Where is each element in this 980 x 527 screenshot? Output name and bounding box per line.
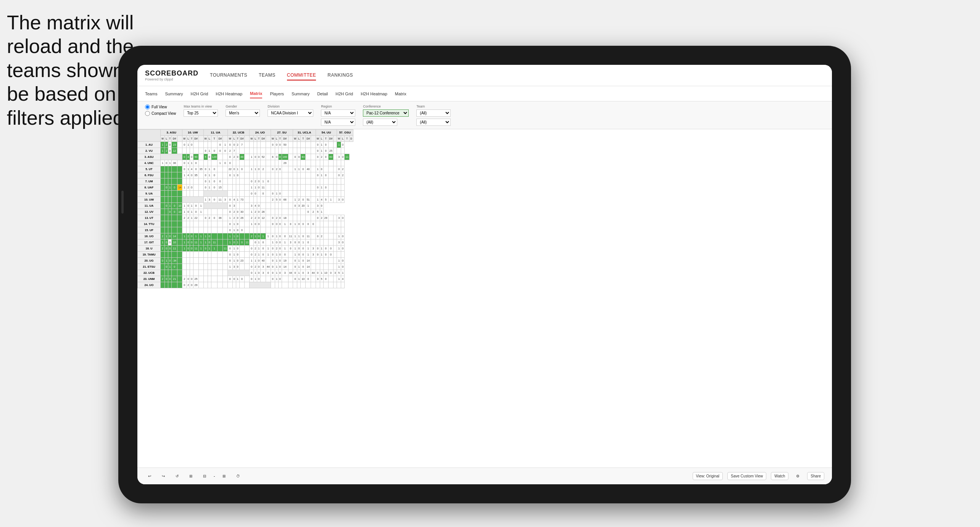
logo-title: SCOREBOARD: [145, 69, 198, 77]
region-filter: Region N/A N/A: [321, 104, 355, 126]
sub-nav-h2h-grid1[interactable]: H2H Grid: [190, 90, 208, 98]
table-row: 8. UAF 01014 120 01015 11011 010: [138, 185, 353, 191]
share-button[interactable]: Share: [807, 472, 824, 480]
nav-items: TOURNAMENTS TEAMS COMMITTEE RANKINGS: [210, 71, 353, 80]
table-row: 16. UO 21014 12011 10 110 21011 010011 1…: [138, 233, 353, 239]
sub-nav-summary2[interactable]: Summary: [292, 90, 309, 98]
sub-nav-teams[interactable]: Teams: [145, 90, 157, 98]
table-row: 13. UT 22122 02036 12026 22012 02018 022…: [138, 215, 353, 221]
division-filter: Division NCAA Division I: [268, 104, 313, 117]
region-label: Region: [321, 104, 355, 108]
team-select[interactable]: (All): [416, 109, 451, 117]
table-row: 7. UM 0100 02010: [138, 178, 353, 185]
redo-button[interactable]: ↪: [159, 472, 168, 480]
view-radio-group: Full View Compact View: [145, 104, 176, 116]
sub-nav-h2h-grid2[interactable]: H2H Grid: [335, 90, 353, 98]
table-row: 21. ETSU 010 130 020344 01014 01014 10: [138, 264, 353, 270]
save-custom-button[interactable]: Save Custom View: [727, 472, 766, 480]
sub-nav-summary1[interactable]: Summary: [165, 90, 183, 98]
logo-area: SCOREBOARD Powered by clippd: [145, 69, 198, 81]
sub-blank1: [177, 136, 182, 142]
watch-button[interactable]: Watch: [771, 472, 788, 480]
table-row: 12. UV 0010 10101 02030 12026 02 51: [138, 209, 353, 215]
table-row: 10. UW 130113 04173 25066 12051 1451 30: [138, 197, 353, 203]
col-ucla: 31. UCLA: [293, 130, 316, 136]
matrix-table: 3. ASU 10. UW 11. UA 22. UCB 24. UO 27. …: [137, 129, 353, 288]
sub-l1: L: [165, 136, 168, 142]
conference-select[interactable]: Pac-12 Conference: [363, 109, 409, 117]
division-label: Division: [268, 104, 313, 108]
nav-rankings[interactable]: RANKINGS: [327, 71, 353, 80]
table-row: 22. UCB 01030 010344 010344 011003 51: [138, 270, 353, 276]
col-su: 27. SU: [271, 130, 293, 136]
bottom-toolbar: ↩ ↪ ↺ ⊞ ⊟ - ⊞ ⏱ View: Original Save Cust…: [137, 468, 832, 484]
nav-tournaments[interactable]: TOURNAMENTS: [210, 71, 247, 80]
sub-w1: W: [161, 136, 165, 142]
share-options-button[interactable]: ⚙: [793, 472, 803, 480]
region-select2[interactable]: N/A: [321, 119, 355, 126]
team-label: Team: [416, 104, 451, 108]
view-original-button[interactable]: View: Original: [693, 472, 723, 480]
table-row: 5. UT 014035 010 22010 1102 020 11040 10…: [138, 166, 353, 172]
max-teams-select[interactable]: Top 25: [184, 109, 218, 117]
table-row: 4. UNC 10136 0110 10 0 29: [138, 160, 353, 166]
conference-filter: Conference Pac-12 Conference (All): [363, 104, 409, 126]
region-select[interactable]: N/A: [321, 109, 355, 117]
nav-teams[interactable]: TEAMS: [259, 71, 276, 80]
refresh-button[interactable]: ↺: [172, 472, 182, 480]
table-row: 18. U 20011 100111 01111 010 02101 02010…: [138, 246, 353, 252]
col-osu: 57. OSU: [337, 130, 353, 136]
sub-dif1: Dif: [172, 136, 177, 142]
top-nav: SCOREBOARD Powered by clippd TOURNAMENTS…: [137, 65, 832, 86]
nav-committee[interactable]: COMMITTEE: [287, 71, 316, 80]
zoom-out-button[interactable]: ⊟: [200, 472, 209, 480]
table-row: 24. UO 02029: [138, 282, 353, 288]
col-uu: 54. UU: [316, 130, 337, 136]
sub-nav-detail[interactable]: Detail: [317, 90, 328, 98]
col-ucb: 22. UCB: [227, 130, 249, 136]
sub-nav: Teams Summary H2H Grid H2H Heatmap Matri…: [137, 86, 832, 101]
table-row: 20. UG 010-34 01023 11040 01019 01014 10: [138, 258, 353, 264]
max-teams-label: Max teams in view: [184, 104, 218, 108]
compact-view-radio[interactable]: Compact View: [145, 111, 176, 116]
sub-nav-h2h-heatmap2[interactable]: H2H Heatmap: [361, 90, 387, 98]
sub-t1: T: [168, 136, 172, 142]
table-row: 9. UA 000 010: [138, 191, 353, 197]
zoom-fit-button[interactable]: ⊞: [186, 472, 195, 480]
table-row: 23. UNM 20021 20025 0010 010 010 01100 3…: [138, 276, 353, 282]
tablet-frame: SCOREBOARD Powered by clippd TOURNAMENTS…: [118, 46, 851, 503]
conference-select2[interactable]: (All): [363, 119, 397, 126]
sub-nav-h2h-heatmap1[interactable]: H2H Heatmap: [216, 90, 242, 98]
matrix-corner: [138, 130, 161, 142]
table-row: 3. ASU 04090 50120 02048 10052 608160 00…: [138, 154, 353, 160]
table-row: 14. TTU 010 100 00010 10000: [138, 221, 353, 227]
logo-subtitle: Powered by clippd: [145, 77, 198, 81]
col-uo: 24. UO: [250, 130, 271, 136]
matrix-container[interactable]: 3. ASU 10. UW 11. UA 22. UCB 24. UO 27. …: [137, 129, 832, 468]
sub-nav-matrix1[interactable]: Matrix: [250, 89, 262, 98]
col-uw: 10. UW: [182, 130, 204, 136]
sub-nav-players[interactable]: Players: [270, 90, 284, 98]
table-row: 17. GIT 10010 100111 1011 101011 010 100…: [138, 239, 353, 246]
sub-nav-matrix2[interactable]: Matrix: [395, 90, 406, 98]
undo-button[interactable]: ↩: [145, 472, 154, 480]
gender-label: Gender: [226, 104, 260, 108]
table-row: 15. UF 0100: [138, 227, 353, 233]
timer-button[interactable]: ⏱: [233, 472, 243, 480]
table-row: 19. TAMU 010 02101 0100 10013 0100: [138, 252, 353, 258]
filter-bar: Full View Compact View Max teams in view…: [137, 101, 832, 129]
full-view-radio[interactable]: Full View: [145, 104, 176, 109]
table-row: 2. VU 12012 01000 27 01025: [138, 148, 353, 154]
table-row: 1. AU 12023 010 01 0027 00050 010 10: [138, 142, 353, 148]
table-row: 6. FSU 14035 010 010 010 02: [138, 172, 353, 178]
team-filter: Team (All) (All): [416, 104, 451, 126]
table-row: 11. UA 01010 10101 03 340 03201 30: [138, 203, 353, 209]
gender-filter: Gender Men's: [226, 104, 260, 117]
col-ua: 11. UA: [203, 130, 227, 136]
team-select2[interactable]: (All): [416, 119, 451, 126]
zoom-level: -: [214, 474, 215, 478]
gender-select[interactable]: Men's: [226, 109, 260, 117]
zoom-in-button[interactable]: ⊞: [219, 472, 229, 480]
division-select[interactable]: NCAA Division I: [268, 109, 313, 117]
conference-label: Conference: [363, 104, 409, 108]
